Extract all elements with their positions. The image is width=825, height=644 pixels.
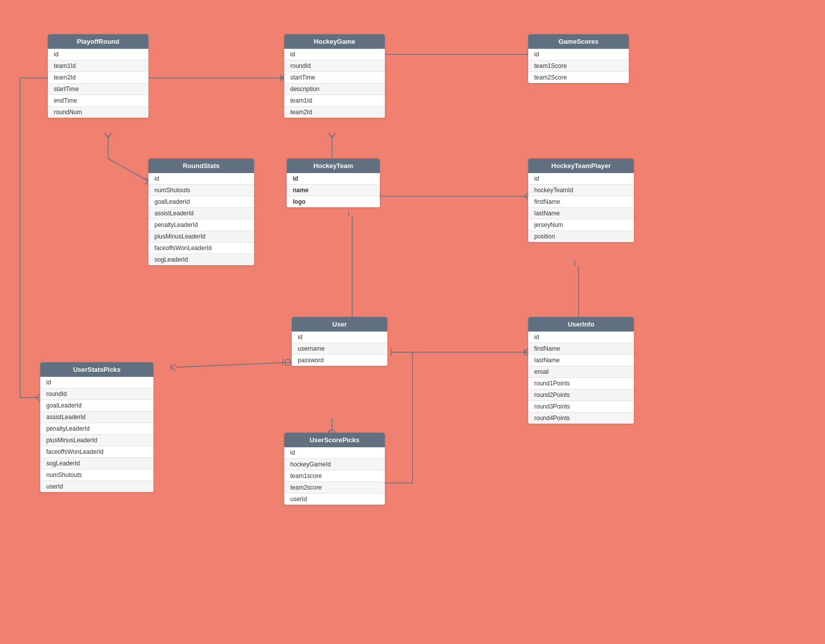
field-round1Points: round1Points (528, 378, 634, 389)
field-penaltyLeaderId: penaltyLeaderId (40, 423, 153, 435)
field-goalLeaderId: goalLeaderId (40, 400, 153, 412)
field-id: id (528, 173, 634, 185)
field-id: id (284, 49, 385, 60)
diagram-container: PlayoffRound id team1Id team2Id startTim… (0, 0, 825, 644)
table-PlayoffRound: PlayoffRound id team1Id team2Id startTim… (48, 34, 148, 118)
field-team1Id: team1Id (48, 60, 148, 72)
field-assistLeaderId: assistLeaderId (148, 208, 254, 219)
field-goalLeaderId: goalLeaderId (148, 196, 254, 208)
svg-line-35 (171, 364, 176, 367)
svg-point-33 (285, 359, 291, 365)
field-startTime: startTime (48, 84, 148, 95)
field-team2Id: team2Id (48, 72, 148, 84)
table-header-PlayoffRound: PlayoffRound (48, 34, 148, 49)
svg-line-57 (35, 397, 40, 401)
field-hockeyTeamId: hockeyTeamId (528, 185, 634, 196)
table-header-HockeyTeam: HockeyTeam (287, 158, 380, 173)
table-HockeyTeam: HockeyTeam id name logo (287, 158, 380, 207)
field-id: id (287, 173, 380, 185)
field-description: description (284, 84, 385, 95)
field-name: name (287, 185, 380, 196)
field-numShutouts: numShutouts (40, 469, 153, 481)
svg-line-36 (171, 367, 176, 371)
field-email: email (528, 366, 634, 378)
field-penaltyLeaderId: penaltyLeaderId (148, 219, 254, 231)
svg-line-21 (328, 133, 332, 138)
svg-line-17 (108, 133, 112, 138)
field-hockeyGameId: hockeyGameId (284, 459, 385, 470)
svg-line-16 (105, 133, 108, 138)
field-startTime: startTime (284, 72, 385, 84)
field-id: id (284, 447, 385, 459)
field-plusMinusLeaderId: plusMinusLeaderId (148, 231, 254, 243)
field-round3Points: round3Points (528, 401, 634, 413)
field-endTime: endTime (48, 95, 148, 107)
field-team1Id: team1Id (284, 95, 385, 107)
field-sogLeaderId: sogLeaderId (40, 458, 153, 469)
field-id: id (292, 332, 387, 343)
field-round2Points: round2Points (528, 389, 634, 401)
svg-line-22 (332, 133, 336, 138)
svg-line-56 (35, 394, 40, 397)
field-firstName: firstName (528, 343, 634, 355)
field-team1Score: team1Score (528, 60, 629, 72)
field-username: username (292, 343, 387, 355)
field-team2Score: team2Score (528, 72, 629, 83)
field-sogLeaderId: sogLeaderId (148, 254, 254, 265)
field-lastName: lastName (528, 355, 634, 366)
field-team1score: team1score (284, 470, 385, 482)
field-roundId: roundId (40, 388, 153, 400)
field-id: id (528, 49, 629, 60)
table-header-HockeyGame: HockeyGame (284, 34, 385, 49)
field-password: password (292, 355, 387, 366)
field-faceoffsWonLeaderId: faceoffsWonLeaderId (148, 243, 254, 254)
field-assistLeaderId: assistLeaderId (40, 412, 153, 423)
field-round4Points: round4Points (528, 413, 634, 424)
svg-line-45 (524, 349, 528, 352)
field-numShutouts: numShutouts (148, 185, 254, 196)
table-GameScores: GameScores id team1Score team2Score (528, 34, 629, 83)
field-logo: logo (287, 196, 380, 207)
svg-line-28 (524, 193, 528, 196)
field-lastName: lastName (528, 208, 634, 219)
table-User: User id username password (292, 317, 387, 366)
field-id: id (528, 332, 634, 343)
table-UserScorePicks: UserScorePicks id hockeyGameId team1scor… (284, 433, 385, 505)
svg-line-15 (108, 158, 148, 181)
svg-line-29 (524, 196, 528, 200)
table-UserStatsPicks: UserStatsPicks id roundId goalLeaderId a… (40, 362, 153, 492)
field-id: id (40, 377, 153, 388)
table-header-UserStatsPicks: UserStatsPicks (40, 362, 153, 377)
field-team2Id: team2Id (284, 107, 385, 118)
table-header-GameScores: GameScores (528, 34, 629, 49)
field-firstName: firstName (528, 196, 634, 208)
table-header-HockeyTeamPlayer: HockeyTeamPlayer (528, 158, 634, 173)
table-HockeyTeamPlayer: HockeyTeamPlayer id hockeyTeamId firstNa… (528, 158, 634, 242)
table-header-UserScorePicks: UserScorePicks (284, 433, 385, 447)
field-team2score: team2score (284, 482, 385, 494)
table-header-RoundStats: RoundStats (148, 158, 254, 173)
field-id: id (148, 173, 254, 185)
svg-line-46 (524, 352, 528, 356)
table-HockeyGame: HockeyGame id roundId startTime descript… (284, 34, 385, 118)
table-header-User: User (292, 317, 387, 332)
table-RoundStats: RoundStats id numShutouts goalLeaderId a… (148, 158, 254, 265)
table-UserInfo: UserInfo id firstName lastName email rou… (528, 317, 634, 424)
field-faceoffsWonLeaderId: faceoffsWonLeaderId (40, 446, 153, 458)
field-jerseyNum: jerseyNum (528, 219, 634, 231)
field-roundNum: roundNum (48, 107, 148, 118)
field-roundId: roundId (284, 60, 385, 72)
field-userId: userId (284, 494, 385, 505)
field-position: position (528, 231, 634, 242)
table-header-UserInfo: UserInfo (528, 317, 634, 332)
svg-line-32 (176, 362, 292, 367)
field-id: id (48, 49, 148, 60)
field-plusMinusLeaderId: plusMinusLeaderId (40, 435, 153, 446)
field-userId: userId (40, 481, 153, 492)
